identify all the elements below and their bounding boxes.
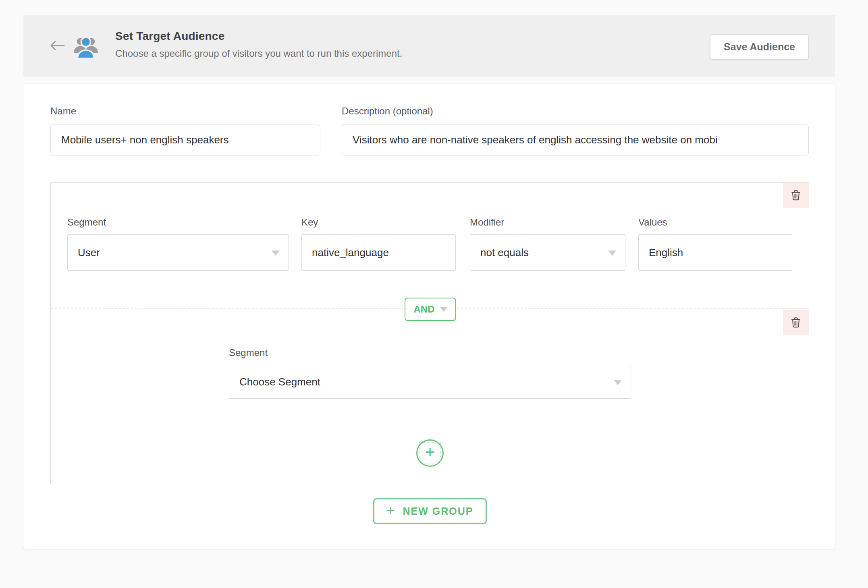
audience-people-icon (74, 35, 98, 58)
trash-icon (789, 316, 802, 330)
condition-1-values-field: Values (638, 217, 792, 271)
name-label: Name (50, 106, 76, 116)
condition-1-modifier-field: Modifier not equals (470, 217, 625, 271)
condition-1-segment-field: Segment User (67, 217, 289, 271)
name-input[interactable] (50, 124, 320, 155)
arrow-left-icon (49, 39, 66, 53)
new-group-button[interactable]: + NEW GROUP (373, 498, 487, 524)
key-input[interactable] (301, 234, 456, 271)
condition-group: Segment User Key Modifier not equals Val… (50, 182, 809, 484)
chevron-down-icon (614, 380, 622, 385)
chevron-down-icon (608, 251, 616, 256)
delete-condition-1-button[interactable] (783, 183, 809, 208)
modifier-dropdown[interactable]: not equals (470, 234, 625, 271)
segment-selected-value: Choose Segment (239, 376, 320, 388)
save-audience-button[interactable]: Save Audience (710, 34, 809, 60)
values-label: Values (638, 217, 792, 228)
set-target-audience-page: Set Target Audience Choose a specific gr… (0, 0, 868, 588)
name-field-group: Name (50, 106, 320, 155)
segment-selected-value: User (78, 246, 100, 259)
condition-2-segment-field: Segment Choose Segment (229, 347, 631, 399)
chevron-down-icon (440, 307, 447, 312)
segment-label: Segment (229, 347, 631, 358)
back-button[interactable] (48, 38, 66, 54)
page-title: Set Target Audience (115, 30, 402, 43)
plus-icon: + (425, 444, 435, 461)
values-input[interactable] (638, 234, 792, 271)
condition-1-key-field: Key (301, 217, 456, 271)
segment-label: Segment (67, 217, 289, 228)
description-label: Description (optional) (342, 106, 433, 116)
plus-icon: + (387, 503, 395, 518)
modifier-selected-value: not equals (480, 246, 529, 259)
trash-icon (789, 188, 802, 203)
chevron-down-icon (272, 251, 280, 256)
choose-segment-dropdown[interactable]: Choose Segment (229, 365, 631, 399)
audience-card: Name Description (optional) (23, 84, 835, 549)
modifier-label: Modifier (470, 217, 625, 228)
header-titles: Set Target Audience Choose a specific gr… (115, 30, 402, 59)
segment-dropdown[interactable]: User (67, 234, 289, 271)
delete-condition-2-button[interactable] (783, 310, 809, 335)
description-input[interactable] (342, 124, 809, 155)
page-subtitle: Choose a specific group of visitors you … (115, 48, 402, 59)
add-condition-button[interactable]: + (416, 439, 444, 467)
operator-label: AND (414, 304, 435, 315)
key-label: Key (301, 217, 456, 228)
description-field-group: Description (optional) (342, 106, 809, 155)
new-group-label: NEW GROUP (403, 505, 473, 517)
header-bar: Set Target Audience Choose a specific gr… (23, 15, 835, 77)
logical-operator-button[interactable]: AND (405, 298, 456, 321)
